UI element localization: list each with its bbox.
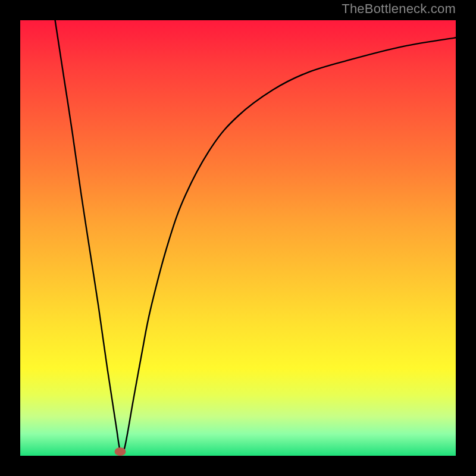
- curve-line: [55, 20, 456, 455]
- chart-frame: TheBottleneck.com: [0, 0, 476, 476]
- curve-svg: [20, 20, 456, 456]
- data-marker: [115, 447, 126, 456]
- plot-area: [20, 20, 456, 456]
- watermark-text: TheBottleneck.com: [342, 1, 456, 17]
